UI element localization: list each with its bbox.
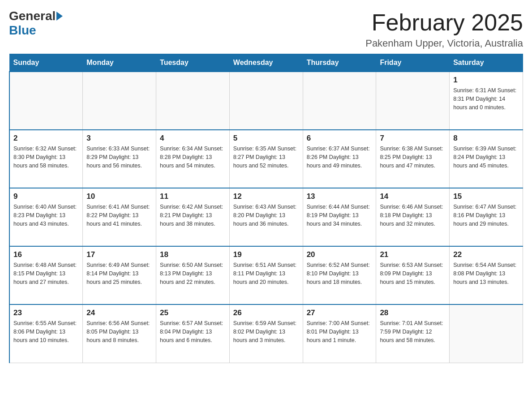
day-info: Sunrise: 6:52 AM Sunset: 8:10 PM Dayligh… <box>307 261 373 286</box>
calendar-cell <box>229 72 303 130</box>
day-info: Sunrise: 7:01 AM Sunset: 7:59 PM Dayligh… <box>380 319 446 344</box>
calendar-cell: 15Sunrise: 6:47 AM Sunset: 8:16 PM Dayli… <box>450 188 523 246</box>
day-info: Sunrise: 6:47 AM Sunset: 8:16 PM Dayligh… <box>453 203 519 228</box>
calendar-week-row: 9Sunrise: 6:40 AM Sunset: 8:23 PM Daylig… <box>9 188 523 246</box>
calendar-cell: 14Sunrise: 6:46 AM Sunset: 8:18 PM Dayli… <box>376 188 450 246</box>
day-number: 5 <box>233 134 299 143</box>
day-info: Sunrise: 6:43 AM Sunset: 8:20 PM Dayligh… <box>233 203 299 228</box>
day-of-week-header: Friday <box>376 54 450 72</box>
day-info: Sunrise: 6:46 AM Sunset: 8:18 PM Dayligh… <box>380 203 446 228</box>
location-title: Pakenham Upper, Victoria, Australia <box>365 38 523 49</box>
calendar-cell <box>83 72 156 130</box>
day-number: 12 <box>233 192 299 201</box>
day-info: Sunrise: 6:59 AM Sunset: 8:02 PM Dayligh… <box>233 319 299 344</box>
calendar-cell: 9Sunrise: 6:40 AM Sunset: 8:23 PM Daylig… <box>9 188 83 246</box>
day-number: 1 <box>453 76 519 85</box>
calendar-week-row: 16Sunrise: 6:48 AM Sunset: 8:15 PM Dayli… <box>9 246 523 304</box>
day-number: 23 <box>13 308 79 317</box>
day-info: Sunrise: 6:37 AM Sunset: 8:26 PM Dayligh… <box>307 145 373 170</box>
day-info: Sunrise: 6:31 AM Sunset: 8:31 PM Dayligh… <box>453 86 519 111</box>
calendar-cell: 11Sunrise: 6:42 AM Sunset: 8:21 PM Dayli… <box>156 188 230 246</box>
calendar-cell: 6Sunrise: 6:37 AM Sunset: 8:26 PM Daylig… <box>303 130 376 188</box>
day-number: 10 <box>86 192 152 201</box>
day-number: 15 <box>453 192 519 201</box>
day-number: 22 <box>453 250 519 259</box>
calendar-cell: 1Sunrise: 6:31 AM Sunset: 8:31 PM Daylig… <box>450 72 523 130</box>
day-number: 26 <box>233 308 299 317</box>
days-of-week-row: SundayMondayTuesdayWednesdayThursdayFrid… <box>9 54 523 72</box>
calendar-cell: 16Sunrise: 6:48 AM Sunset: 8:15 PM Dayli… <box>9 246 83 304</box>
day-number: 19 <box>233 250 299 259</box>
day-number: 28 <box>380 308 446 317</box>
day-number: 20 <box>307 250 373 259</box>
day-info: Sunrise: 6:44 AM Sunset: 8:19 PM Dayligh… <box>307 203 373 228</box>
calendar-cell: 3Sunrise: 6:33 AM Sunset: 8:29 PM Daylig… <box>83 130 156 188</box>
day-info: Sunrise: 6:53 AM Sunset: 8:09 PM Dayligh… <box>380 261 446 286</box>
calendar-cell: 28Sunrise: 7:01 AM Sunset: 7:59 PM Dayli… <box>376 304 450 363</box>
day-number: 17 <box>86 250 152 259</box>
calendar-cell: 27Sunrise: 7:00 AM Sunset: 8:01 PM Dayli… <box>303 304 376 363</box>
day-of-week-header: Wednesday <box>229 54 303 72</box>
title-section: February 2025 Pakenham Upper, Victoria, … <box>365 9 523 49</box>
day-of-week-header: Tuesday <box>156 54 230 72</box>
day-number: 6 <box>307 134 373 143</box>
calendar-cell <box>376 72 450 130</box>
logo-blue-text: Blue <box>9 23 36 37</box>
day-number: 27 <box>307 308 373 317</box>
logo-arrow-icon <box>56 12 63 21</box>
day-number: 7 <box>380 134 446 143</box>
day-number: 21 <box>380 250 446 259</box>
day-of-week-header: Sunday <box>9 54 83 72</box>
day-info: Sunrise: 6:39 AM Sunset: 8:24 PM Dayligh… <box>453 145 519 170</box>
calendar-body: 1Sunrise: 6:31 AM Sunset: 8:31 PM Daylig… <box>9 72 523 363</box>
day-info: Sunrise: 6:32 AM Sunset: 8:30 PM Dayligh… <box>13 145 79 170</box>
day-of-week-header: Thursday <box>303 54 376 72</box>
calendar-cell: 13Sunrise: 6:44 AM Sunset: 8:19 PM Dayli… <box>303 188 376 246</box>
calendar-cell: 4Sunrise: 6:34 AM Sunset: 8:28 PM Daylig… <box>156 130 230 188</box>
page-header: General Blue February 2025 Pakenham Uppe… <box>9 9 523 49</box>
calendar-cell <box>9 72 83 130</box>
day-info: Sunrise: 7:00 AM Sunset: 8:01 PM Dayligh… <box>307 319 373 344</box>
calendar-cell: 25Sunrise: 6:57 AM Sunset: 8:04 PM Dayli… <box>156 304 230 363</box>
calendar-week-row: 23Sunrise: 6:55 AM Sunset: 8:06 PM Dayli… <box>9 304 523 363</box>
calendar-cell: 10Sunrise: 6:41 AM Sunset: 8:22 PM Dayli… <box>83 188 156 246</box>
logo: General Blue <box>9 9 64 38</box>
calendar-week-row: 2Sunrise: 6:32 AM Sunset: 8:30 PM Daylig… <box>9 130 523 188</box>
calendar-week-row: 1Sunrise: 6:31 AM Sunset: 8:31 PM Daylig… <box>9 72 523 130</box>
day-info: Sunrise: 6:38 AM Sunset: 8:25 PM Dayligh… <box>380 145 446 170</box>
calendar-cell: 24Sunrise: 6:56 AM Sunset: 8:05 PM Dayli… <box>83 304 156 363</box>
day-info: Sunrise: 6:56 AM Sunset: 8:05 PM Dayligh… <box>86 319 152 344</box>
day-number: 25 <box>160 308 226 317</box>
calendar-cell: 23Sunrise: 6:55 AM Sunset: 8:06 PM Dayli… <box>9 304 83 363</box>
calendar-cell <box>450 304 523 363</box>
day-info: Sunrise: 6:55 AM Sunset: 8:06 PM Dayligh… <box>13 319 79 344</box>
day-info: Sunrise: 6:54 AM Sunset: 8:08 PM Dayligh… <box>453 261 519 286</box>
calendar-cell: 18Sunrise: 6:50 AM Sunset: 8:13 PM Dayli… <box>156 246 230 304</box>
day-of-week-header: Saturday <box>450 54 523 72</box>
day-info: Sunrise: 6:33 AM Sunset: 8:29 PM Dayligh… <box>86 145 152 170</box>
day-number: 18 <box>160 250 226 259</box>
calendar-cell: 5Sunrise: 6:35 AM Sunset: 8:27 PM Daylig… <box>229 130 303 188</box>
day-info: Sunrise: 6:49 AM Sunset: 8:14 PM Dayligh… <box>86 261 152 286</box>
day-info: Sunrise: 6:40 AM Sunset: 8:23 PM Dayligh… <box>13 203 79 228</box>
calendar-cell: 26Sunrise: 6:59 AM Sunset: 8:02 PM Dayli… <box>229 304 303 363</box>
calendar-cell: 22Sunrise: 6:54 AM Sunset: 8:08 PM Dayli… <box>450 246 523 304</box>
day-info: Sunrise: 6:48 AM Sunset: 8:15 PM Dayligh… <box>13 261 79 286</box>
calendar-cell: 21Sunrise: 6:53 AM Sunset: 8:09 PM Dayli… <box>376 246 450 304</box>
day-info: Sunrise: 6:35 AM Sunset: 8:27 PM Dayligh… <box>233 145 299 170</box>
day-number: 9 <box>13 192 79 201</box>
day-info: Sunrise: 6:41 AM Sunset: 8:22 PM Dayligh… <box>86 203 152 228</box>
calendar-cell: 17Sunrise: 6:49 AM Sunset: 8:14 PM Dayli… <box>83 246 156 304</box>
calendar-cell <box>156 72 230 130</box>
day-number: 16 <box>13 250 79 259</box>
calendar-header: SundayMondayTuesdayWednesdayThursdayFrid… <box>9 54 523 72</box>
day-number: 11 <box>160 192 226 201</box>
day-info: Sunrise: 6:42 AM Sunset: 8:21 PM Dayligh… <box>160 203 226 228</box>
calendar-table: SundayMondayTuesdayWednesdayThursdayFrid… <box>9 54 523 363</box>
day-info: Sunrise: 6:50 AM Sunset: 8:13 PM Dayligh… <box>160 261 226 286</box>
day-number: 24 <box>86 308 152 317</box>
calendar-cell: 20Sunrise: 6:52 AM Sunset: 8:10 PM Dayli… <box>303 246 376 304</box>
day-info: Sunrise: 6:34 AM Sunset: 8:28 PM Dayligh… <box>160 145 226 170</box>
calendar-cell <box>303 72 376 130</box>
day-number: 4 <box>160 134 226 143</box>
